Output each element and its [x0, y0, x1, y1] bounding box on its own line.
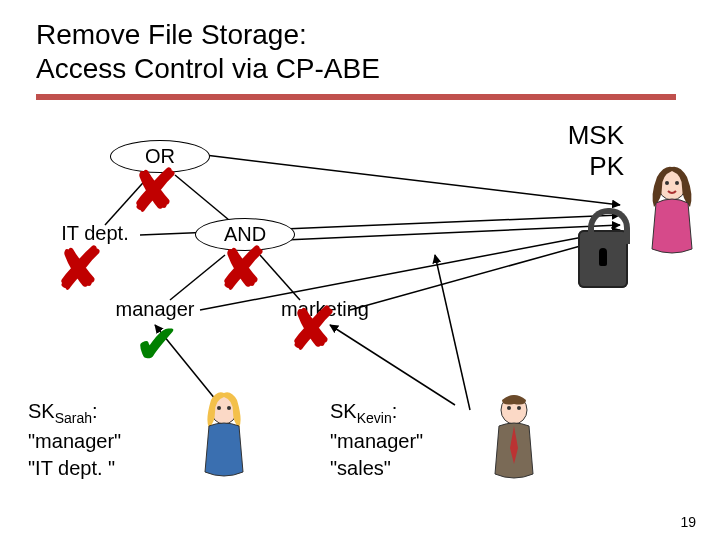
svg-point-20 [517, 406, 521, 410]
cross-marketing: ✘ [288, 300, 337, 358]
svg-line-11 [435, 255, 470, 410]
cross-and: ✘ [218, 240, 267, 298]
page-number: 19 [680, 514, 696, 530]
svg-point-14 [675, 181, 679, 185]
sk-kevin: SKKevin: "manager" "sales" [330, 398, 423, 482]
sk-sarah-colon: : [92, 400, 98, 422]
sk-sarah-sub: Sarah [55, 410, 92, 426]
title-line-1: Remove File Storage: [36, 19, 307, 50]
sk-kevin-attr2: "sales" [330, 457, 391, 479]
msk-label: MSK [568, 120, 624, 150]
svg-line-2 [170, 255, 225, 300]
slide-title: Remove File Storage: Access Control via … [36, 18, 380, 85]
sk-sarah-prefix: SK [28, 400, 55, 422]
check-manager: ✔ [135, 318, 179, 370]
sk-sarah-attr1: "manager" [28, 430, 121, 452]
svg-line-10 [330, 325, 455, 405]
lock-icon [578, 230, 628, 288]
sk-kevin-prefix: SK [330, 400, 357, 422]
cross-it-dept: ✘ [55, 240, 104, 298]
sk-sarah-attr2: "IT dept. " [28, 457, 115, 479]
sk-sarah: SKSarah: "manager" "IT dept. " [28, 398, 121, 482]
title-line-2: Access Control via CP-ABE [36, 53, 380, 84]
sk-kevin-sub: Kevin [357, 410, 392, 426]
sk-kevin-colon: : [392, 400, 398, 422]
svg-point-19 [507, 406, 511, 410]
svg-point-13 [665, 181, 669, 185]
kevin-icon [485, 392, 543, 480]
authority-icon [642, 165, 702, 255]
svg-point-16 [217, 406, 221, 410]
svg-line-1 [175, 175, 235, 225]
sarah-icon [195, 392, 253, 480]
key-labels: MSK PK [568, 120, 624, 182]
svg-point-17 [227, 406, 231, 410]
sk-kevin-attr1: "manager" [330, 430, 423, 452]
svg-line-4 [205, 155, 620, 205]
svg-line-6 [285, 225, 620, 240]
pk-label: PK [589, 151, 624, 181]
title-underline [36, 94, 676, 100]
cross-or: ✘ [130, 162, 179, 220]
